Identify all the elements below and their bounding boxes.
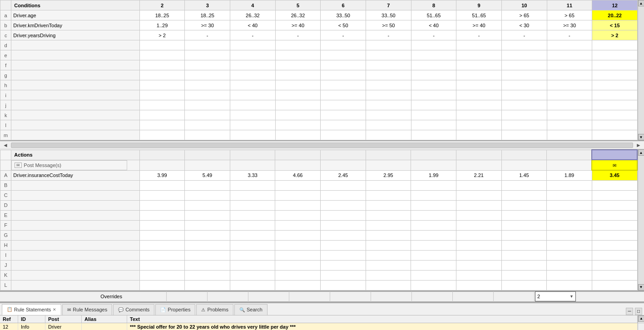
actions-col-9	[456, 150, 501, 160]
actions-col-7	[366, 150, 411, 160]
overrides-dropdown-cell[interactable]: 2 ▼	[535, 291, 576, 301]
cell-c-5[interactable]: -	[275, 30, 321, 40]
cell-b-6[interactable]: < 50	[321, 20, 366, 30]
scroll-down-button[interactable]: ▼	[638, 134, 644, 140]
cell-a-2[interactable]: 18..25	[139, 10, 185, 20]
col-header-2[interactable]: 2	[139, 0, 185, 10]
search-icon: 🔍	[239, 307, 245, 312]
cell-a-5[interactable]: 26..32	[275, 10, 321, 20]
minimize-button[interactable]: ─	[626, 308, 633, 315]
nav-left-arrow[interactable]: ◄	[1, 142, 10, 148]
cell-A-5[interactable]: 4.66	[275, 170, 321, 180]
scroll-up-button[interactable]: ▲	[638, 0, 644, 6]
cell-b-7[interactable]: >= 50	[366, 20, 411, 30]
cell-c-12[interactable]: > 2	[592, 30, 638, 40]
tab-label-rule-statements: Rule Statements	[14, 307, 51, 312]
table-row: L	[0, 280, 638, 290]
post-message-id	[0, 160, 11, 170]
cell-b-2[interactable]: 1..29	[139, 20, 185, 30]
cell-b-9[interactable]: >= 40	[456, 20, 502, 30]
col-header-11[interactable]: 11	[547, 0, 592, 10]
tab-close-icon[interactable]: ✕	[53, 307, 56, 312]
col-header-3[interactable]: 3	[185, 0, 230, 10]
col-header-8[interactable]: 8	[411, 0, 456, 10]
cell-b-11[interactable]: >= 30	[547, 20, 592, 30]
condition-label-c: Driver.yearsDriving	[11, 30, 139, 40]
nav-right-arrow[interactable]: ►	[634, 142, 643, 148]
cell-c-8[interactable]: -	[411, 30, 456, 40]
cell-a-11[interactable]: > 65	[547, 10, 592, 20]
cell-c-2[interactable]: > 2	[139, 30, 185, 40]
dropdown-arrow-icon[interactable]: ▼	[570, 294, 574, 299]
col-header-12[interactable]: 12	[592, 0, 638, 10]
cell-id: Info	[18, 323, 45, 330]
tabs-bar: 📋 Rule Statements ✕ ✉ Rule Messages 💬 Co…	[0, 302, 644, 315]
col-header-7[interactable]: 7	[366, 0, 411, 10]
cell-a-7[interactable]: 33..50	[366, 10, 411, 20]
col-header-9[interactable]: 9	[456, 0, 502, 10]
cell-A-8[interactable]: 1.99	[411, 170, 456, 180]
table-row[interactable]: A Driver.insuranceCostToday 3.99 5.49 3.…	[0, 170, 638, 180]
table-row[interactable]: c Driver.yearsDriving > 2 - - - - - - - …	[0, 30, 638, 40]
bottom-table-header: Ref ID Post Alias Text ▲	[0, 315, 644, 323]
cell-b-5[interactable]: >= 40	[275, 20, 321, 30]
actions-scroll-down[interactable]: ▼	[638, 284, 644, 291]
bottom-row-12[interactable]: 12 Info Driver *** Special offer for 20 …	[0, 323, 644, 330]
table-row[interactable]: a Driver.age 18..25 18..25 26..32 26..32…	[0, 10, 638, 20]
cell-A-9[interactable]: 2.21	[456, 170, 501, 180]
corner-cell	[0, 0, 11, 10]
cell-b-12[interactable]: < 15	[592, 20, 638, 30]
cell-A-11[interactable]: 1.89	[547, 170, 592, 180]
cell-c-4[interactable]: -	[230, 30, 276, 40]
cell-A-3[interactable]: 5.49	[185, 170, 230, 180]
cell-A-4[interactable]: 3.33	[230, 170, 275, 180]
cell-c-11[interactable]: -	[547, 30, 592, 40]
cell-a-10[interactable]: > 65	[501, 10, 547, 20]
tab-search[interactable]: 🔍 Search	[234, 304, 268, 315]
col-header-10[interactable]: 10	[501, 0, 547, 10]
maximize-button[interactable]: □	[635, 308, 642, 315]
tab-label-rule-messages: Rule Messages	[73, 307, 107, 312]
table-row: d	[0, 40, 638, 50]
cell-a-8[interactable]: 51..65	[411, 10, 456, 20]
post-message-label: ✉ Post Message(s)	[11, 160, 127, 170]
cell-c-3[interactable]: -	[185, 30, 230, 40]
table-row: k	[0, 110, 638, 120]
tab-label-comments: Comments	[125, 307, 149, 312]
actions-col-4	[230, 150, 275, 160]
cell-a-6[interactable]: 33..50	[321, 10, 366, 20]
bottom-scroll-up[interactable]: ▲	[638, 315, 644, 322]
tab-rule-messages[interactable]: ✉ Rule Messages	[62, 304, 112, 315]
cell-c-7[interactable]: -	[366, 30, 411, 40]
cell-A-2[interactable]: 3.99	[139, 170, 185, 180]
col-header-6[interactable]: 6	[321, 0, 366, 10]
cell-c-9[interactable]: -	[456, 30, 502, 40]
cell-post: Driver	[45, 323, 82, 330]
cell-text: *** Special offer for 20 to 22 years old…	[127, 323, 638, 330]
cell-A-7[interactable]: 2.95	[366, 170, 411, 180]
actions-col-10	[501, 150, 547, 160]
tab-rule-statements[interactable]: 📋 Rule Statements ✕	[2, 304, 61, 315]
cell-b-8[interactable]: < 40	[411, 20, 456, 30]
cell-a-4[interactable]: 26..32	[230, 10, 276, 20]
table-row[interactable]: b Driver.kmDrivenToday 1..29 >= 30 < 40 …	[0, 20, 638, 30]
tab-comments[interactable]: 💬 Comments	[113, 304, 154, 315]
cell-b-4[interactable]: < 40	[230, 20, 276, 30]
cell-c-10[interactable]: -	[501, 30, 547, 40]
cell-c-6[interactable]: -	[321, 30, 366, 40]
horizontal-scrollbar[interactable]	[11, 143, 633, 148]
tab-properties[interactable]: 📄 Properties	[155, 304, 195, 315]
cell-b-10[interactable]: < 30	[501, 20, 547, 30]
cell-A-12[interactable]: 3.45	[592, 170, 637, 180]
cell-a-9[interactable]: 51..65	[456, 10, 502, 20]
cell-A-10[interactable]: 1.45	[501, 170, 547, 180]
col-header-4[interactable]: 4	[230, 0, 276, 10]
row-id-A: A	[0, 170, 11, 180]
cell-a-3[interactable]: 18..25	[185, 10, 230, 20]
cell-a-12[interactable]: 20..22	[592, 10, 638, 20]
tab-problems[interactable]: ⚠ Problems	[196, 304, 233, 315]
cell-b-3[interactable]: >= 30	[185, 20, 230, 30]
col-header-5[interactable]: 5	[275, 0, 321, 10]
actions-scroll-up[interactable]: ▲	[638, 149, 644, 156]
cell-A-6[interactable]: 2.45	[321, 170, 366, 180]
